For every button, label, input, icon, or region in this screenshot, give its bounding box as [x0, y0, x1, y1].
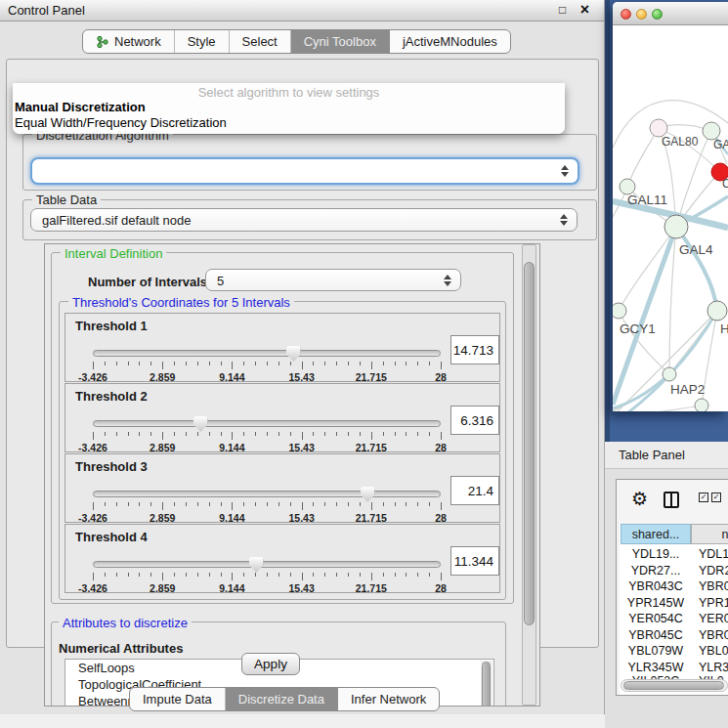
slider-track[interactable]	[93, 561, 441, 568]
slider-handle[interactable]	[286, 346, 301, 362]
tick-label: 21.715	[356, 371, 387, 383]
tick-mark	[255, 502, 256, 506]
table-row[interactable]: YPR145WYPR1	[621, 595, 728, 612]
threshold-4-slider[interactable]: -3.4262.8599.14415.4321.71528	[93, 556, 441, 593]
tab-select[interactable]: Select	[230, 30, 291, 53]
tick-mark	[128, 573, 129, 577]
number-of-intervals-value: 5	[217, 273, 224, 287]
table-row[interactable]: YBR045CYBR0	[621, 627, 728, 644]
tab-jactivemnodules-label: jActiveMNodules	[403, 30, 497, 53]
threshold-2-slider[interactable]: -3.4262.8599.14415.4321.71528	[93, 415, 441, 452]
threshold-3-value-field[interactable]	[450, 476, 499, 505]
tick-label: 28	[435, 371, 447, 383]
tick-label: 21.715	[356, 582, 387, 594]
table-horizontal-scrollbar[interactable]	[621, 679, 728, 692]
tick-mark	[406, 432, 407, 436]
table-row[interactable]: YDR27...YDR2	[621, 563, 728, 579]
node-label-gal4: GAL4	[679, 242, 713, 257]
node-table: shared... n YDL19...YDL1 YDR27...YDR2 YB…	[620, 524, 728, 695]
float-window-icon[interactable]: □	[556, 4, 569, 17]
tick-mark	[93, 573, 94, 580]
scrollbar-thumb[interactable]	[524, 262, 535, 625]
slider-track[interactable]	[93, 350, 441, 357]
apply-button[interactable]: Apply	[241, 653, 300, 675]
tick-mark	[197, 502, 198, 506]
algorithm-combobox[interactable]	[30, 157, 579, 185]
settings-scroll-viewport: Interval Definition Number of Intervals …	[44, 243, 540, 707]
minimize-traffic-light-icon[interactable]	[636, 9, 647, 20]
tick-mark	[255, 573, 256, 577]
tab-cyni-toolbox[interactable]: Cyni Toolbox	[291, 30, 390, 53]
slider-handle[interactable]	[193, 416, 208, 432]
network-node-gcy1[interactable]	[613, 303, 626, 319]
column-header-name[interactable]: n	[691, 524, 728, 544]
tick-mark	[150, 362, 151, 365]
network-node-hap2[interactable]	[663, 367, 676, 381]
network-edge	[613, 406, 702, 411]
tab-impute-data[interactable]: Impute Data	[130, 688, 226, 710]
popup-hint-item[interactable]: Select algorithm to view settings	[13, 83, 565, 100]
tick-mark	[360, 432, 361, 436]
scrollbar-thumb[interactable]	[482, 662, 491, 707]
slider-handle[interactable]	[361, 487, 375, 502]
network-node-h[interactable]	[707, 301, 727, 321]
slider-handle[interactable]	[249, 557, 264, 573]
threshold-2-value-field[interactable]	[450, 406, 499, 435]
tab-style[interactable]: Style	[175, 30, 230, 53]
slider-track[interactable]	[93, 491, 441, 497]
column-layout-icon[interactable]	[664, 492, 679, 508]
threshold-3-slider[interactable]: -3.4262.8599.14415.4321.71528	[93, 486, 441, 523]
threshold-1-slider[interactable]: -3.4262.8599.14415.4321.71528	[93, 345, 441, 382]
tick-mark	[406, 502, 407, 506]
network-node-gal4[interactable]	[664, 215, 688, 238]
tick-mark	[336, 502, 337, 506]
tick-mark	[162, 362, 163, 369]
table-row[interactable]: YDL19...YDL1	[621, 546, 728, 563]
popup-item-manual-discretization[interactable]: Manual Discretization	[13, 100, 565, 115]
scrollbar-thumb[interactable]	[623, 681, 724, 690]
select-columns-icon[interactable]: ✓ ✓	[699, 492, 721, 502]
column-header-shared-name[interactable]: shared...	[621, 524, 691, 544]
list-scrollbar[interactable]	[481, 661, 492, 707]
network-icon	[96, 35, 109, 49]
tick-mark	[324, 432, 325, 436]
tick-mark	[128, 502, 129, 506]
tab-infer-network[interactable]: Infer Network	[338, 688, 439, 710]
tick-mark	[232, 362, 233, 369]
close-traffic-light-icon[interactable]	[621, 9, 631, 20]
gear-icon[interactable]: ⚙	[631, 488, 648, 510]
tick-label: 21.715	[356, 442, 387, 453]
tick-mark	[302, 362, 303, 369]
tick-mark	[116, 573, 117, 577]
tick-mark	[313, 362, 314, 365]
tick-mark	[232, 432, 233, 440]
algorithm-dropdown-popup: Select algorithm to view settings Manual…	[13, 83, 565, 134]
tab-discretize-data[interactable]: Discretize Data	[226, 688, 338, 710]
tick-mark	[105, 573, 106, 577]
popup-item-equal-width-frequency[interactable]: Equal Width/Frequency Discretization	[13, 115, 565, 131]
settings-vertical-scrollbar[interactable]	[522, 244, 536, 706]
table-row[interactable]: YBL079WYBL0	[621, 643, 728, 660]
network-canvas[interactable]: GAL80 GA C GAL11 GAL4 GCY1 H HAP2	[613, 25, 728, 411]
tick-mark	[278, 502, 279, 506]
threshold-1-value-field[interactable]	[450, 335, 499, 364]
threshold-4-value-field[interactable]	[450, 546, 499, 576]
slider-track[interactable]	[93, 420, 441, 427]
number-of-intervals-combobox[interactable]: 5	[205, 269, 461, 291]
tick-mark	[417, 432, 418, 436]
close-icon[interactable]: ×	[578, 2, 592, 18]
tick-mark	[221, 362, 222, 365]
zoom-traffic-light-icon[interactable]	[652, 9, 663, 20]
tick-mark	[278, 362, 279, 365]
tick-mark	[371, 432, 372, 440]
network-node-partial-bottom[interactable]	[695, 399, 708, 411]
node-label-gal11: GAL11	[627, 193, 667, 207]
tab-jactivemnodules[interactable]: jActiveMNodules	[390, 30, 510, 53]
tick-mark	[267, 362, 268, 365]
tab-network[interactable]: Network	[83, 30, 175, 53]
table-row[interactable]: YBR043CYBR0	[621, 578, 728, 595]
table-panel-body: ⚙ ✓ ✓ shared... n YDL19...YDL1 YDR27...Y…	[605, 469, 728, 728]
table-data-combobox[interactable]: galFiltered.sif default node	[30, 208, 578, 232]
table-row[interactable]: YER054CYER0	[621, 611, 728, 627]
tick-mark	[383, 502, 384, 506]
